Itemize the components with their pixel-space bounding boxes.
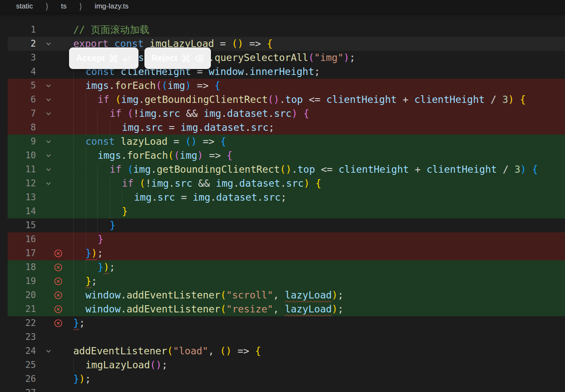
code-line: 11if (img.getBoundingClientRect().top <=… — [0, 163, 565, 177]
indent-guide — [73, 149, 86, 163]
chevron-down-icon[interactable] — [45, 97, 52, 103]
code-line-content[interactable] — [66, 330, 73, 344]
gutter: 21 — [0, 302, 66, 316]
gutter: 3 — [0, 51, 66, 65]
line-number: 26 — [0, 372, 36, 386]
gutter: 9 — [0, 135, 66, 149]
chevron-down-icon[interactable] — [45, 110, 52, 117]
indent-guide — [73, 107, 86, 121]
line-number: 6 — [0, 93, 36, 107]
code-line: 12if (!img.src && img.dataset.src) { — [0, 177, 565, 190]
line-number: 13 — [0, 190, 36, 204]
code-line-content[interactable]: imgLazyLoad(); — [66, 358, 168, 372]
gutter: 5 — [0, 79, 66, 93]
code-line-content[interactable]: }); — [66, 246, 103, 260]
code-line-content[interactable]: }; — [66, 274, 97, 288]
code-line-content[interactable]: window.addEventListener("resize", lazyLo… — [66, 302, 343, 316]
code-line-content[interactable]: addEventListener("load", () => { — [66, 344, 261, 358]
indent-guide — [86, 149, 98, 163]
code-line-content[interactable]: window.addEventListener("scroll", lazyLo… — [66, 288, 343, 302]
indent-guide — [73, 177, 86, 190]
gutter: 11 — [0, 163, 66, 177]
gutter: 23 — [0, 330, 66, 344]
command-icon — [181, 54, 191, 63]
indent-guide — [97, 204, 110, 218]
indent-guide — [73, 163, 86, 177]
indent-guide — [73, 260, 86, 274]
breadcrumb-item-static[interactable]: static — [16, 2, 33, 11]
error-circle-x-icon — [54, 291, 63, 300]
chevron-down-icon[interactable] — [45, 348, 52, 354]
line-number: 22 — [0, 316, 36, 330]
code-line-content[interactable]: if (img.getBoundingClientRect().top <= c… — [66, 93, 526, 107]
indent-guide — [86, 121, 98, 135]
code-line-content[interactable]: } — [66, 204, 128, 218]
indent-guide — [86, 218, 98, 232]
code-line-content[interactable]: if (!img.src && img.dataset.src) { — [66, 177, 321, 190]
code-line-content[interactable]: img.src = img.dataset.src; — [66, 190, 287, 204]
chevron-down-icon[interactable] — [45, 180, 52, 187]
code-line: 7if (!img.src && img.dataset.src) { — [0, 107, 565, 121]
code-line-content[interactable]: // 页面滚动加载 — [66, 23, 150, 37]
accept-button[interactable]: Accept — [69, 47, 138, 69]
indent-guide — [86, 232, 98, 246]
code-line-content[interactable]: }); — [66, 372, 91, 386]
gutter: 6 — [0, 93, 66, 107]
error-circle-x-icon — [54, 319, 63, 328]
line-number: 21 — [0, 302, 36, 316]
error-circle-x-icon — [54, 249, 63, 258]
line-number: 3 — [0, 51, 36, 65]
code-line-content[interactable] — [66, 386, 73, 392]
indent-guide — [73, 79, 86, 93]
reject-button[interactable]: Reject — [144, 47, 211, 69]
code-line: 5imgs.forEach((img) => { — [0, 79, 565, 93]
code-line-content[interactable]: imgs.forEach((img) => { — [66, 79, 220, 93]
breadcrumb-separator-icon: ⟩ — [46, 1, 48, 11]
command-icon — [109, 54, 118, 63]
line-number: 18 — [0, 260, 36, 274]
chevron-down-icon[interactable] — [45, 83, 52, 89]
code-line-content[interactable]: imgs.forEach((img) => { — [66, 149, 233, 163]
code-line: 6if (img.getBoundingClientRect().top <= … — [0, 93, 565, 107]
line-number: 24 — [0, 344, 36, 358]
code-line: 19}; — [0, 274, 565, 288]
indent-guide — [97, 107, 110, 121]
indent-guide — [86, 177, 98, 190]
code-line-content[interactable]: if (img.getBoundingClientRect().top <= c… — [66, 163, 538, 177]
chevron-down-icon[interactable] — [45, 166, 52, 173]
gutter: 2 — [0, 37, 66, 51]
indent-guide — [73, 204, 86, 218]
indent-guide — [122, 190, 134, 204]
gutter: 20 — [0, 288, 66, 302]
code-line-content[interactable]: const lazyLoad = () => { — [66, 135, 226, 149]
code-line-content[interactable]: if (!img.src && img.dataset.src) { — [66, 107, 309, 121]
code-line-content[interactable]: }; — [66, 316, 85, 330]
chevron-down-icon[interactable] — [45, 138, 52, 145]
line-number: 25 — [0, 358, 36, 372]
code-line-content[interactable]: img.src = img.dataset.src; — [66, 121, 274, 135]
line-number: 11 — [0, 163, 36, 177]
code-line-content[interactable]: } — [66, 232, 103, 246]
line-number: 14 — [0, 204, 36, 218]
code-line-content[interactable]: }); — [66, 260, 115, 274]
indent-guide — [97, 218, 110, 232]
indent-guide — [97, 121, 110, 135]
gutter: 4 — [0, 65, 66, 79]
gutter: 26 — [0, 372, 66, 386]
gutter: 15 — [0, 218, 66, 232]
code-line: 27 — [0, 386, 565, 392]
code-line: 24addEventListener("load", () => { — [0, 344, 565, 358]
chevron-down-icon[interactable] — [45, 41, 52, 47]
code-lines: 1// 页面滚动加载2export const imgLazyLoad = ()… — [0, 23, 565, 392]
breadcrumb-item-file[interactable]: img-lazy.ts — [94, 2, 128, 11]
breadcrumb-separator-icon: ⟩ — [79, 1, 82, 11]
line-number: 12 — [0, 177, 36, 190]
breadcrumb-item-ts[interactable]: ts — [61, 2, 66, 11]
line-number: 27 — [0, 386, 36, 392]
code-line-content[interactable]: } — [66, 218, 116, 232]
indent-guide — [97, 177, 110, 190]
gutter: 27 — [0, 386, 66, 392]
indent-guide — [73, 121, 86, 135]
chevron-down-icon[interactable] — [45, 152, 52, 159]
gutter: 1 — [0, 23, 66, 37]
